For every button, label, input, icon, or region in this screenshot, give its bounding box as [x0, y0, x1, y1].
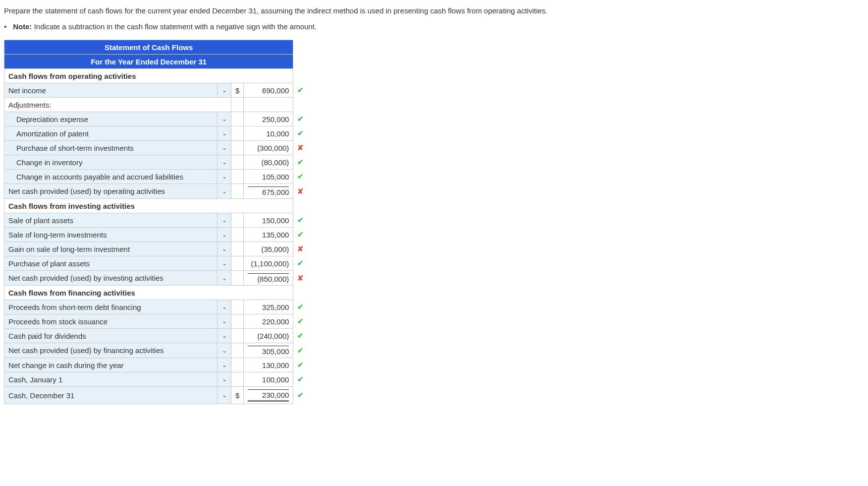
label-cell[interactable]: Net cash provided (used) by operating ac… [4, 184, 217, 199]
chevron-down-icon[interactable]: ⌄ [217, 155, 231, 170]
table-row: Change in inventory⌄(80,000)✔ [4, 155, 308, 170]
label-cell[interactable]: Cash, January 1 [4, 372, 217, 387]
dollar-cell [231, 228, 244, 242]
table-row: Net income⌄$690,000✔ [4, 83, 308, 98]
label-cell[interactable]: Proceeds from short-term debt financing [4, 300, 217, 314]
dollar-cell [231, 343, 244, 358]
label-cell[interactable]: Gain on sale of long-term investment [4, 242, 217, 256]
table-row: Amortization of patent⌄10,000✔ [4, 126, 308, 141]
amount-cell[interactable]: 100,000 [244, 372, 293, 387]
dollar-cell: $ [231, 83, 244, 98]
cross-icon: ✘ [293, 242, 308, 256]
chevron-down-icon[interactable]: ⌄ [217, 242, 231, 256]
amount-cell[interactable]: 250,000 [244, 112, 293, 126]
check-icon: ✔ [293, 358, 308, 372]
amount-cell[interactable]: 305,000 [244, 343, 293, 358]
label-cell[interactable]: Cash, December 31 [4, 387, 217, 404]
mark-cell [293, 98, 308, 112]
amount-cell[interactable]: 675,000 [244, 184, 293, 199]
label-cell[interactable]: Proceeds from stock issuance [4, 314, 217, 329]
chevron-down-icon[interactable]: ⌄ [217, 256, 231, 271]
table-row: Net change in cash during the year⌄130,0… [4, 358, 308, 372]
check-icon: ✔ [293, 387, 308, 404]
amount-cell[interactable]: 105,000 [244, 170, 293, 184]
amount-cell[interactable]: 325,000 [244, 300, 293, 314]
label-cell[interactable]: Purchase of plant assets [4, 256, 217, 271]
chevron-down-icon[interactable]: ⌄ [217, 170, 231, 184]
table-row: Change in accounts payable and accrued l… [4, 170, 308, 184]
check-icon: ✔ [293, 372, 308, 387]
chevron-down-icon[interactable]: ⌄ [217, 300, 231, 314]
label-cell[interactable]: Purchase of short-term investments [4, 141, 217, 155]
table-row: Net cash provided (used) by operating ac… [4, 184, 308, 199]
chevron-down-icon[interactable]: ⌄ [217, 329, 231, 343]
bullet-icon: • [4, 21, 11, 33]
chevron-down-icon[interactable]: ⌄ [217, 141, 231, 155]
dollar-cell [231, 155, 244, 170]
label-cell[interactable]: Net income [4, 83, 217, 98]
check-icon: ✔ [293, 213, 308, 228]
amount-cell[interactable]: 230,000 [244, 387, 293, 404]
amount-cell[interactable]: 220,000 [244, 314, 293, 329]
amount-cell[interactable]: (1,100,000) [244, 256, 293, 271]
mark-cell [293, 286, 308, 300]
chevron-down-icon[interactable]: ⌄ [217, 387, 231, 404]
chevron-down-icon[interactable]: ⌄ [217, 112, 231, 126]
table-row: Cash, January 1⌄100,000✔ [4, 372, 308, 387]
table-row: Net cash provided (used) by financing ac… [4, 343, 308, 358]
instruction-note: • Note: Indicate a subtraction in the ca… [4, 21, 864, 33]
chevron-down-icon[interactable]: ⌄ [217, 314, 231, 329]
check-icon: ✔ [293, 83, 308, 98]
section-header-cell: Cash flows from investing activities [4, 199, 293, 213]
chevron-down-icon[interactable]: ⌄ [217, 213, 231, 228]
label-cell[interactable]: Cash paid for dividends [4, 329, 217, 343]
cash-flow-table: Statement of Cash Flows For the Year End… [4, 40, 308, 404]
check-icon: ✔ [293, 329, 308, 343]
dollar-cell [231, 112, 244, 126]
dollar-cell [231, 300, 244, 314]
plain-label-cell: Adjustments: [4, 98, 231, 112]
label-cell[interactable]: Net cash provided (used) by investing ac… [4, 271, 217, 286]
chevron-down-icon[interactable]: ⌄ [217, 228, 231, 242]
table-row: Proceeds from stock issuance⌄220,000✔ [4, 314, 308, 329]
chevron-down-icon[interactable]: ⌄ [217, 184, 231, 199]
label-cell[interactable]: Depreciation expense [4, 112, 217, 126]
amount-cell[interactable]: 10,000 [244, 126, 293, 141]
label-cell[interactable]: Change in inventory [4, 155, 217, 170]
chevron-down-icon[interactable]: ⌄ [217, 83, 231, 98]
table-row: Proceeds from short-term debt financing⌄… [4, 300, 308, 314]
chevron-down-icon[interactable]: ⌄ [217, 358, 231, 372]
check-icon: ✔ [293, 170, 308, 184]
chevron-down-icon[interactable]: ⌄ [217, 343, 231, 358]
label-cell[interactable]: Sale of plant assets [4, 213, 217, 228]
table-title-2: For the Year Ended December 31 [4, 55, 293, 69]
table-row: Sale of plant assets⌄150,000✔ [4, 213, 308, 228]
label-cell[interactable]: Net cash provided (used) by financing ac… [4, 343, 217, 358]
amount-cell[interactable]: 690,000 [244, 83, 293, 98]
amount-cell[interactable]: 150,000 [244, 213, 293, 228]
dollar-cell [231, 184, 244, 199]
instruction-main: Prepare the statement of cash flows for … [4, 5, 864, 17]
table-row: Sale of long-term investments⌄135,000✔ [4, 228, 308, 242]
chevron-down-icon[interactable]: ⌄ [217, 271, 231, 286]
amount-cell[interactable]: (80,000) [244, 155, 293, 170]
amount-cell[interactable]: (300,000) [244, 141, 293, 155]
label-cell[interactable]: Sale of long-term investments [4, 228, 217, 242]
chevron-down-icon[interactable]: ⌄ [217, 126, 231, 141]
section-header-cell: Cash flows from operating activities [4, 69, 293, 83]
dollar-cell [231, 242, 244, 256]
dollar-cell: $ [231, 387, 244, 404]
amount-cell[interactable]: 135,000 [244, 228, 293, 242]
amount-cell[interactable]: (850,000) [244, 271, 293, 286]
label-cell[interactable]: Net change in cash during the year [4, 358, 217, 372]
dollar-cell [231, 372, 244, 387]
note-label: Note: [13, 22, 32, 31]
label-cell[interactable]: Amortization of patent [4, 126, 217, 141]
table-row: Net cash provided (used) by investing ac… [4, 271, 308, 286]
dollar-cell [231, 98, 244, 112]
chevron-down-icon[interactable]: ⌄ [217, 372, 231, 387]
amount-cell[interactable]: 130,000 [244, 358, 293, 372]
amount-cell[interactable]: (35,000) [244, 242, 293, 256]
amount-cell[interactable]: (240,000) [244, 329, 293, 343]
label-cell[interactable]: Change in accounts payable and accrued l… [4, 170, 217, 184]
